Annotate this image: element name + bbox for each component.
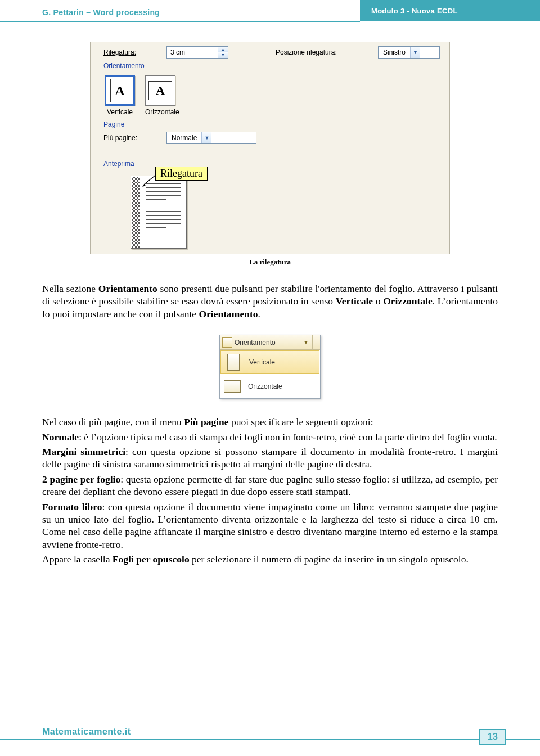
- orientamento-dropdown-button[interactable]: Orientamento ▼: [220, 335, 320, 350]
- footer-rule: [0, 739, 540, 740]
- gutter-pattern: [132, 177, 140, 248]
- paragraph-5: 2 pagine per foglio: questa opzione perm…: [42, 473, 498, 498]
- menu-item-label: Verticale: [249, 358, 313, 366]
- orientamento-section-label: Orientamento: [104, 62, 440, 70]
- page-header: G. Pettarin – Word processing Modulo 3 -…: [0, 0, 540, 25]
- paragraph-2: Nel caso di più pagine, con il menu Più …: [42, 416, 498, 428]
- paragraph-1: Nella sezione Orientamento sono presenti…: [42, 282, 498, 320]
- rilegatura-value: 3 cm: [167, 48, 218, 56]
- footer-site: Matematicamente.it: [42, 727, 131, 737]
- portrait-icon: [227, 354, 240, 371]
- menu-item-label: Orizzontale: [248, 382, 314, 390]
- chevron-down-icon[interactable]: ▼: [201, 132, 212, 143]
- paragraph-4: Margini simmetrici: con questa opzione s…: [42, 446, 498, 471]
- paragraph-6: Formato libro: con questa opzione il doc…: [42, 501, 498, 551]
- posizione-label: Posizione rilegatura:: [276, 48, 337, 56]
- rilegatura-spinner[interactable]: 3 cm ▲▼: [166, 46, 228, 58]
- portrait-icon: A: [110, 79, 129, 102]
- chevron-down-icon[interactable]: ▼: [410, 47, 420, 58]
- page-setup-dialog: Rilegatura: 3 cm ▲▼ Posizione rilegatura…: [90, 42, 450, 254]
- chevron-down-icon[interactable]: ▼: [302, 340, 310, 345]
- page-icon: [222, 338, 232, 348]
- header-rule: [0, 21, 360, 22]
- rilegatura-label: Rilegatura:: [104, 48, 160, 56]
- orient-vertical-caption: Verticale: [105, 108, 135, 116]
- posizione-combo[interactable]: Sinistro ▼: [378, 46, 440, 58]
- paragraph-3: Normale: è l’opzione tipica nel caso di …: [42, 431, 498, 443]
- figure-caption-1: La rilegatura: [42, 258, 498, 267]
- orient-horizontal-button[interactable]: A Orizzontale: [145, 75, 179, 116]
- menu-item-orizzontale[interactable]: Orizzontale: [220, 375, 320, 398]
- orient-horizontal-caption: Orizzontale: [145, 108, 179, 116]
- orient-vertical-button[interactable]: A Verticale: [105, 75, 135, 116]
- header-right-badge: Modulo 3 - Nuova ECDL: [360, 0, 540, 21]
- posizione-value: Sinistro: [379, 48, 410, 56]
- landscape-icon: [224, 380, 241, 393]
- pagine-section-label: Pagine: [104, 120, 440, 128]
- menu-item-verticale[interactable]: Verticale: [220, 350, 320, 374]
- preview-block: Rilegatura: [130, 176, 198, 249]
- page-footer: Matematicamente.it 13: [0, 718, 540, 740]
- landscape-icon: A: [148, 81, 172, 100]
- preview-page-icon: [130, 176, 187, 249]
- rilegatura-callout: Rilegatura: [155, 166, 208, 181]
- paragraph-7: Appare la casella Fogli per opuscolo per…: [42, 553, 498, 565]
- page-number: 13: [479, 729, 506, 745]
- header-left-text: G. Pettarin – Word processing: [42, 8, 160, 17]
- spinner-buttons[interactable]: ▲▼: [218, 47, 228, 58]
- text-lines-icon: [146, 183, 181, 231]
- piu-pagine-value: Normale: [167, 134, 201, 142]
- piu-pagine-combo[interactable]: Normale ▼: [166, 132, 256, 144]
- orientamento-dropdown: Orientamento ▼ Verticale Orizzontale: [219, 335, 321, 399]
- piu-pagine-label: Più pagine:: [104, 134, 160, 142]
- anteprima-label: Anteprima: [104, 160, 440, 168]
- orientamento-dropdown-label: Orientamento: [235, 339, 300, 346]
